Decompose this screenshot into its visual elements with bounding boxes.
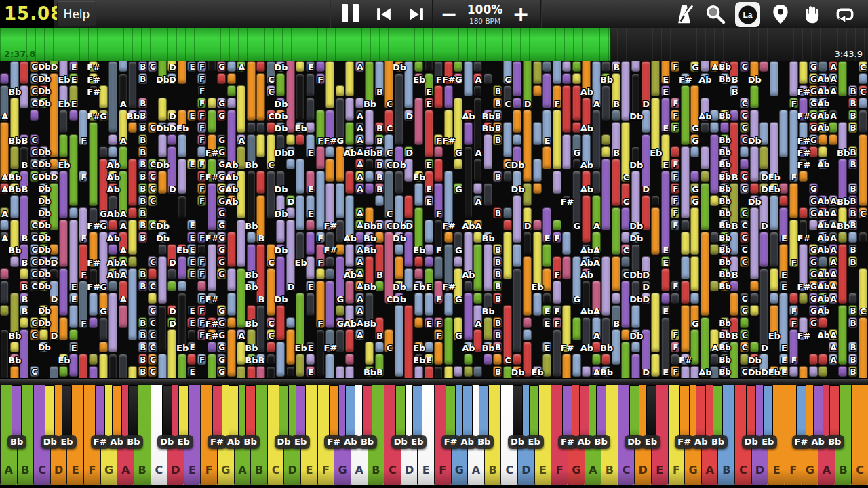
falling-note	[601, 85, 610, 121]
note-name-label: F#	[797, 148, 811, 157]
falling-note	[0, 73, 9, 84]
zoom-search-button[interactable]	[705, 3, 726, 25]
pan-button[interactable]	[802, 3, 823, 25]
help-button[interactable]: Help	[57, 1, 96, 27]
note-name-label: G	[810, 270, 817, 279]
note-name-label: Db	[38, 344, 51, 352]
note-name-label: E	[663, 124, 669, 133]
falling-note	[582, 195, 591, 243]
falling-note	[256, 122, 265, 133]
falling-note	[345, 329, 354, 352]
note-name-label: Bb	[719, 283, 731, 291]
note-name-label: Ab	[580, 185, 593, 194]
falling-note	[395, 73, 403, 145]
falling-note	[553, 171, 561, 194]
skip-back-button[interactable]	[370, 0, 397, 28]
white-key-label: C	[852, 464, 868, 476]
falling-note	[89, 122, 98, 206]
note-name-label: B	[376, 185, 383, 194]
black-key-name-bubble: F#	[208, 435, 226, 449]
note-name-label: B	[21, 234, 28, 243]
falling-note	[621, 256, 630, 267]
note-name-label: C	[505, 356, 511, 365]
tempo-increase-button[interactable]: +	[509, 0, 533, 28]
note-name-label: Eb	[768, 368, 781, 377]
falling-note	[59, 366, 68, 377]
note-name-label: C	[505, 161, 511, 169]
note-name-label: Bb	[8, 185, 21, 194]
note-name-label: C	[387, 148, 393, 157]
falling-note	[710, 195, 719, 206]
note-name-label: G	[692, 136, 699, 145]
note-name-label: Bb	[719, 112, 731, 120]
falling-note	[227, 329, 236, 377]
note-name-label: F	[199, 331, 205, 340]
note-name-label: B	[376, 331, 383, 340]
note-name-label: D	[288, 197, 295, 206]
note-name-label: F	[791, 100, 797, 108]
note-name-label: Db	[629, 112, 643, 121]
falling-note	[108, 281, 117, 291]
note-name-label: B	[850, 197, 856, 205]
note-name-label: A	[357, 319, 363, 327]
falling-note	[395, 256, 403, 279]
tempo-decrease-button[interactable]: −	[437, 0, 461, 28]
note-name-label: B	[613, 100, 620, 108]
note-name-label: Eb	[413, 356, 425, 365]
falling-note	[227, 85, 236, 96]
note-name-label: A	[357, 173, 363, 181]
note-name-label: B	[495, 283, 501, 291]
falling-note	[108, 354, 117, 378]
note-name-label: Db	[748, 368, 762, 377]
falling-note	[128, 159, 137, 206]
falling-note	[336, 305, 344, 316]
note-name-label: B	[495, 136, 501, 144]
note-name-label: Db	[511, 368, 525, 377]
toolbar-separator	[330, 0, 331, 28]
note-name-label: Db	[274, 246, 288, 255]
note-name-label: C	[268, 331, 275, 340]
note-name-label: C	[31, 270, 37, 279]
pause-button[interactable]	[336, 0, 363, 28]
skip-forward-button[interactable]	[403, 0, 430, 28]
note-name-label: F	[81, 136, 87, 145]
note-name-label: E	[426, 161, 432, 169]
note-name-label: B	[376, 173, 383, 182]
note-name-label: C	[31, 148, 37, 157]
note-name-label: Ab	[580, 87, 593, 96]
white-key-label: C	[151, 464, 167, 476]
falling-note	[730, 110, 738, 121]
metronome-button[interactable]	[673, 3, 695, 25]
note-name-label: A	[357, 307, 363, 315]
note-name-label: Bb	[245, 270, 258, 279]
note-name-label: G	[810, 283, 817, 291]
falling-note	[484, 244, 492, 291]
black-key-name-bubble: Bb	[475, 435, 494, 449]
note-name-label: D	[288, 148, 295, 157]
bookmark-button[interactable]	[770, 3, 791, 25]
loop-button[interactable]	[834, 3, 856, 25]
falling-note	[50, 366, 58, 378]
falling-note	[740, 317, 749, 328]
note-name-label: F	[436, 331, 442, 340]
note-name-label: F#	[205, 173, 219, 182]
falling-note	[178, 134, 186, 157]
note-name-label: Bb	[481, 124, 494, 133]
falling-note	[523, 329, 532, 340]
note-name-label: E	[71, 283, 77, 291]
note-name-label: F	[199, 87, 205, 96]
note-labels-button[interactable]: La	[735, 2, 760, 27]
note-name-label: Ab	[344, 234, 357, 243]
note-name-label: B	[495, 124, 501, 132]
note-name-label: F#	[797, 161, 811, 169]
note-name-label: A	[830, 331, 836, 340]
note-name-label: A	[357, 185, 363, 193]
note-name-label: F	[199, 258, 205, 266]
note-name-label: A	[593, 331, 600, 340]
falling-note	[237, 85, 245, 133]
note-name-label: Bb	[719, 270, 731, 279]
note-name-label: Bb	[481, 112, 494, 121]
progress-bar[interactable]: 2:37.8 3:43.9	[0, 28, 868, 61]
white-key-c[interactable]: C	[851, 385, 868, 485]
falling-note	[208, 110, 216, 133]
